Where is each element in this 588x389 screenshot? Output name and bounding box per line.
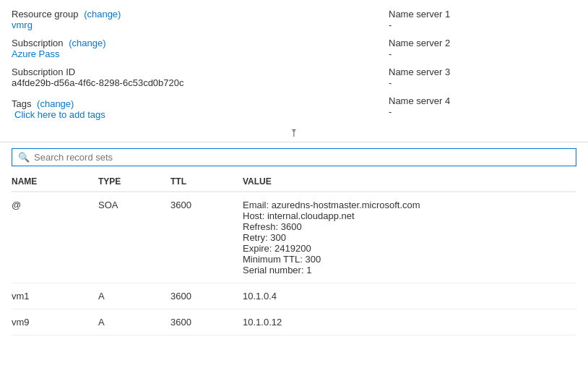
ns2-row: Name server 2 - <box>389 38 576 59</box>
search-input[interactable] <box>34 152 570 163</box>
subscription-change-link[interactable]: (change) <box>69 38 105 48</box>
tags-change-link[interactable]: (change) <box>37 98 74 109</box>
ns3-row: Name server 3 - <box>389 67 576 88</box>
tags-label: Tags <box>12 98 31 109</box>
ns2-value: - <box>389 48 392 59</box>
resource-group-value[interactable]: vmrg <box>12 20 33 30</box>
record-sets-table: NAME TYPE TTL VALUE @SOA3600Email: azure… <box>12 172 576 335</box>
col-type: TYPE <box>98 172 170 192</box>
cell-name: vm9 <box>12 309 98 335</box>
cell-type: SOA <box>98 192 170 283</box>
ns4-value: - <box>389 106 392 117</box>
ns4-row: Name server 4 - <box>389 95 576 117</box>
col-name: NAME <box>12 172 98 192</box>
record-sets-table-section: NAME TYPE TTL VALUE @SOA3600Email: azure… <box>0 172 588 335</box>
cell-value: 10.1.0.4 <box>243 283 576 309</box>
left-panel: Resource group (change) vmrg Subscriptio… <box>12 9 389 124</box>
ns3-label: Name server 3 <box>389 67 450 77</box>
subscription-id-row: Subscription ID a4fde29b-d56a-4f6c-8298-… <box>12 67 360 88</box>
cell-value: 10.1.0.12 <box>243 309 576 335</box>
ns1-value: - <box>389 20 392 30</box>
col-ttl: TTL <box>170 172 243 192</box>
col-value: VALUE <box>243 172 576 192</box>
ns1-label: Name server 1 <box>389 9 450 20</box>
resource-group-change-link[interactable]: (change) <box>84 9 121 20</box>
tags-add-link[interactable]: Click here to add tags <box>14 109 105 120</box>
table-row: vm1A360010.1.0.4 <box>12 283 576 309</box>
cell-ttl: 3600 <box>170 309 243 335</box>
subscription-row: Subscription (change) Azure Pass <box>12 38 360 59</box>
cell-ttl: 3600 <box>170 283 243 309</box>
tags-section: Tags (change) Click here to add tags <box>12 98 360 120</box>
subscription-id-value: a4fde29b-d56a-4f6c-8298-6c53cd0b720c <box>12 77 184 88</box>
table-header-row: NAME TYPE TTL VALUE <box>12 172 576 192</box>
cell-name: @ <box>12 192 98 283</box>
cell-ttl: 3600 <box>170 192 243 283</box>
ns1-row: Name server 1 - <box>389 9 576 30</box>
table-row: vm9A360010.1.0.12 <box>12 309 576 335</box>
subscription-value[interactable]: Azure Pass <box>12 48 59 59</box>
ns4-label: Name server 4 <box>389 95 450 106</box>
search-section: 🔍 <box>0 142 588 172</box>
collapse-button[interactable]: ⤒ <box>0 124 588 142</box>
subscription-id-label: Subscription ID <box>12 67 75 77</box>
info-section: Resource group (change) vmrg Subscriptio… <box>0 0 588 124</box>
cell-value: Email: azuredns-hostmaster.microsoft.com… <box>243 192 576 283</box>
cell-type: A <box>98 283 170 309</box>
resource-group-row: Resource group (change) vmrg <box>12 9 360 30</box>
table-row: @SOA3600Email: azuredns-hostmaster.micro… <box>12 192 576 283</box>
search-box[interactable]: 🔍 <box>12 148 576 166</box>
subscription-label: Subscription <box>12 38 64 48</box>
right-panel: Name server 1 - Name server 2 - Name ser… <box>389 9 576 124</box>
ns2-label: Name server 2 <box>389 38 450 48</box>
cell-name: vm1 <box>12 283 98 309</box>
search-icon: 🔍 <box>18 152 30 163</box>
cell-type: A <box>98 309 170 335</box>
ns3-value: - <box>389 77 392 88</box>
resource-group-label: Resource group <box>12 9 79 20</box>
